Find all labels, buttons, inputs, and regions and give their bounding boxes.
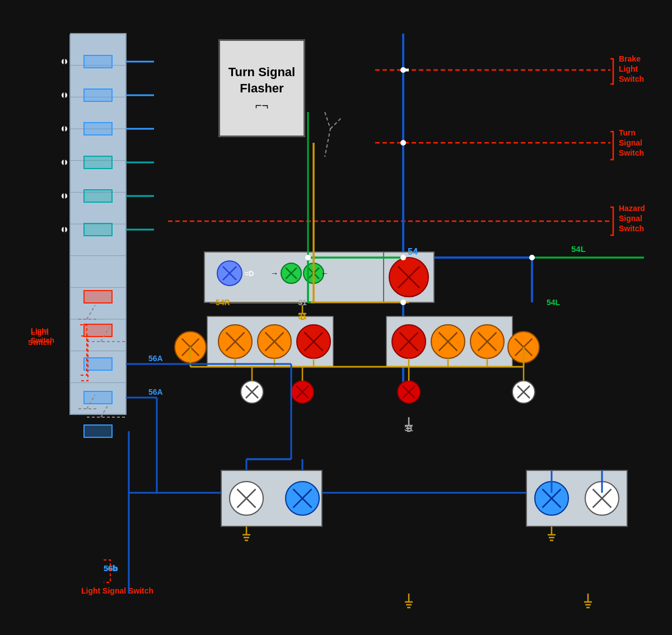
flasher-label: Turn Signal Flasher bbox=[220, 64, 304, 96]
flasher-box: Turn Signal Flasher ⌐¬ bbox=[218, 39, 305, 137]
flasher-symbol: ⌐¬ bbox=[255, 99, 268, 112]
